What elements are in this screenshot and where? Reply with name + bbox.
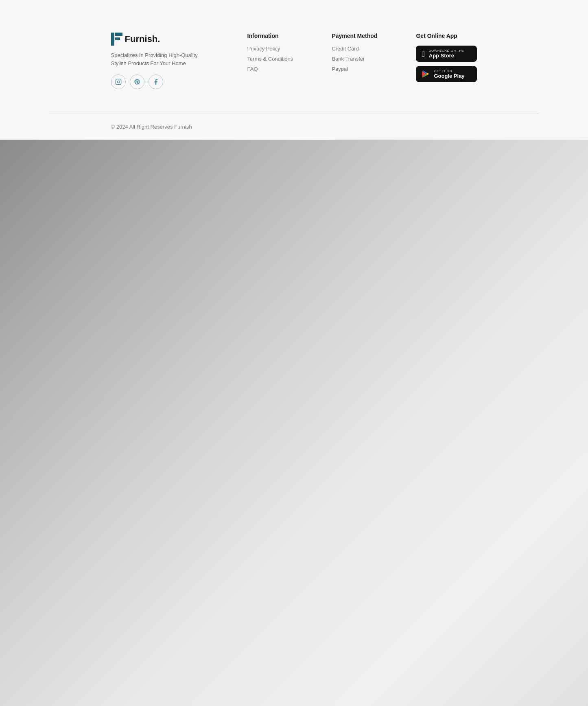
gradient-background	[0, 140, 588, 706]
brand-column: Furnish. Specializes In Providing High-Q…	[111, 33, 209, 89]
information-title: Information	[247, 33, 293, 39]
privacy-policy-link[interactable]: Privacy Policy	[247, 46, 293, 52]
svg-point-5	[120, 80, 120, 81]
credit-card-link[interactable]: Credit Card	[332, 46, 377, 52]
bank-transfer-link[interactable]: Bank Transfer	[332, 56, 377, 62]
payment-column: Payment Method Credit Card Bank Transfer…	[332, 33, 377, 72]
social-icons	[111, 75, 209, 89]
facebook-icon[interactable]	[149, 75, 163, 89]
brand-tagline: Specializes In Providing High-Quality, S…	[111, 51, 209, 67]
svg-rect-2	[115, 37, 120, 40]
copyright: © 2024 All Right Reserves Furnish	[111, 124, 477, 130]
svg-rect-3	[116, 79, 121, 84]
googleplay-sub: GET IT ON	[434, 69, 464, 73]
googleplay-button[interactable]: GET IT ON Google Play	[416, 66, 477, 82]
apple-icon: 	[422, 49, 424, 59]
payment-title: Payment Method	[332, 33, 377, 39]
appstore-button[interactable]:  Download on the App Store	[416, 46, 477, 62]
appstore-text: Download on the App Store	[429, 49, 464, 59]
logo: Furnish.	[111, 33, 209, 46]
app-buttons:  Download on the App Store	[416, 46, 477, 82]
paypal-link[interactable]: Paypal	[332, 66, 377, 72]
googleplay-text: GET IT ON Google Play	[434, 69, 464, 79]
appstore-sub: Download on the	[429, 49, 464, 53]
footer-bottom: © 2024 All Right Reserves Furnish	[0, 114, 588, 140]
svg-point-4	[117, 81, 119, 83]
terms-conditions-link[interactable]: Terms & Conditions	[247, 56, 293, 62]
logo-icon	[111, 33, 122, 46]
svg-rect-1	[115, 33, 122, 36]
google-play-icon	[422, 70, 430, 78]
svg-rect-0	[111, 33, 114, 46]
logo-text: Furnish.	[125, 34, 160, 44]
app-column: Get Online App  Download on the App Sto…	[416, 33, 477, 82]
instagram-icon[interactable]	[111, 75, 126, 89]
information-column: Information Privacy Policy Terms & Condi…	[247, 33, 293, 72]
app-title: Get Online App	[416, 33, 477, 39]
appstore-main: App Store	[429, 53, 464, 59]
pinterest-icon[interactable]	[130, 75, 144, 89]
faq-link[interactable]: FAQ	[247, 66, 293, 72]
googleplay-main: Google Play	[434, 73, 464, 79]
